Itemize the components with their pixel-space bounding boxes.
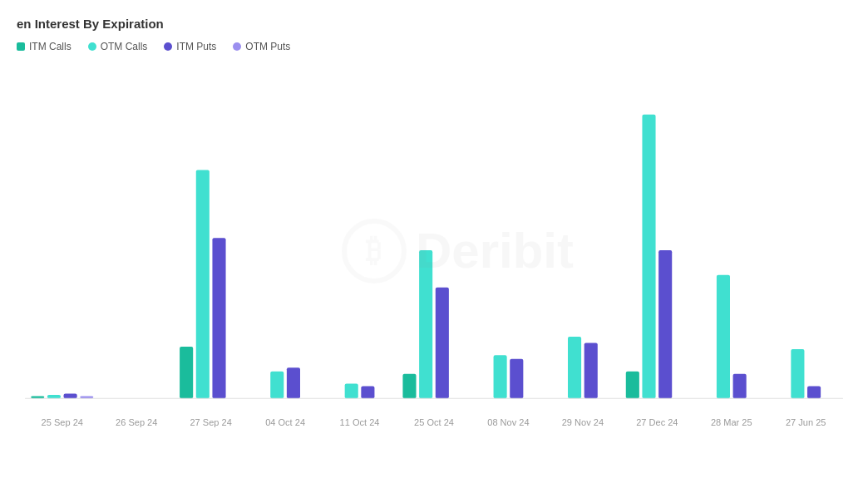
legend-item-0: ITM Calls bbox=[17, 41, 72, 52]
bar-8-otm_calls[interactable] bbox=[642, 115, 655, 399]
bar-0-otm_calls[interactable] bbox=[47, 395, 61, 398]
bar-5-otm_calls[interactable] bbox=[419, 250, 432, 398]
legend-item-1: OTM Calls bbox=[88, 41, 148, 52]
x-label-5: 25 Oct 24 bbox=[414, 417, 454, 427]
bar-2-itm_puts[interactable] bbox=[212, 238, 225, 398]
bar-8-itm_puts[interactable] bbox=[658, 250, 672, 398]
x-label-6: 08 Nov 24 bbox=[487, 417, 529, 427]
legend-item-2: ITM Puts bbox=[164, 41, 216, 52]
legend-label-1: OTM Calls bbox=[101, 41, 148, 52]
bar-10-otm_calls[interactable] bbox=[791, 349, 804, 398]
bar-9-otm_calls[interactable] bbox=[717, 275, 730, 399]
bar-6-itm_puts[interactable] bbox=[510, 359, 523, 399]
bar-chart: 25 Sep 2426 Sep 2427 Sep 2404 Oct 2411 O… bbox=[17, 69, 851, 432]
x-label-8: 27 Dec 24 bbox=[636, 417, 678, 427]
bar-5-itm_puts[interactable] bbox=[436, 288, 449, 399]
x-label-10: 27 Jun 25 bbox=[786, 417, 826, 427]
bar-8-itm_calls[interactable] bbox=[626, 372, 639, 399]
legend-dot-3 bbox=[233, 42, 241, 51]
legend-dot-0 bbox=[17, 42, 25, 51]
legend-label-3: OTM Puts bbox=[245, 41, 290, 52]
bar-4-itm_puts[interactable] bbox=[361, 386, 374, 398]
bar-9-itm_puts[interactable] bbox=[733, 374, 747, 399]
bar-10-itm_puts[interactable] bbox=[807, 386, 821, 398]
x-label-0: 25 Sep 24 bbox=[42, 417, 83, 427]
bar-6-otm_calls[interactable] bbox=[494, 355, 507, 398]
legend: ITM CallsOTM CallsITM PutsOTM Puts bbox=[17, 41, 851, 52]
x-label-4: 11 Oct 24 bbox=[340, 417, 380, 427]
legend-label-0: ITM Calls bbox=[29, 41, 72, 52]
bar-7-otm_calls[interactable] bbox=[568, 337, 581, 398]
legend-dot-2 bbox=[164, 42, 172, 51]
legend-item-3: OTM Puts bbox=[233, 41, 290, 52]
bar-2-itm_calls[interactable] bbox=[180, 347, 193, 398]
chart-title: en Interest By Expiration bbox=[17, 17, 851, 31]
bar-4-otm_calls[interactable] bbox=[345, 384, 358, 399]
bar-0-itm_puts[interactable] bbox=[64, 393, 77, 398]
x-label-3: 04 Oct 24 bbox=[265, 417, 305, 427]
bar-3-otm_calls[interactable] bbox=[270, 372, 284, 399]
bar-2-otm_calls[interactable] bbox=[196, 170, 210, 399]
bar-5-itm_calls[interactable] bbox=[402, 374, 416, 399]
chart-container: en Interest By Expiration ITM CallsOTM C… bbox=[0, 0, 868, 488]
bar-7-itm_puts[interactable] bbox=[584, 343, 598, 399]
legend-dot-1 bbox=[88, 42, 96, 51]
x-label-9: 28 Mar 25 bbox=[711, 417, 752, 427]
x-label-7: 29 Nov 24 bbox=[562, 417, 604, 427]
chart-area: ₿ Deribit 25 Sep 2426 Sep 2427 Sep 2404 … bbox=[17, 69, 851, 432]
legend-label-2: ITM Puts bbox=[176, 41, 216, 52]
x-label-2: 27 Sep 24 bbox=[190, 417, 231, 427]
x-label-1: 26 Sep 24 bbox=[116, 417, 157, 427]
bar-3-itm_puts[interactable] bbox=[287, 367, 300, 398]
